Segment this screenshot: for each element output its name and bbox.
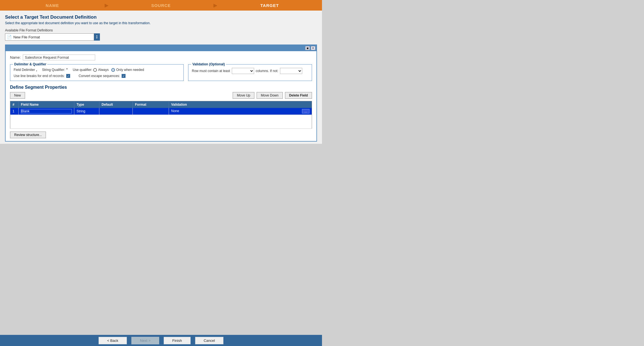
review-structure-row: Review structure... (10, 129, 312, 138)
close-btn[interactable]: ✕ (311, 46, 315, 50)
name-row: Name: (10, 55, 312, 60)
col-header-type: Type (74, 101, 99, 108)
validation-min-columns[interactable] (232, 68, 254, 74)
inner-panel: ▣ ✕ Name: Delimiter & Qualifier Field De… (5, 45, 317, 142)
columns-if-not-label: columns. If not: (256, 69, 278, 73)
use-qualifier-item: Use qualifier: Always Only when needed (73, 68, 144, 72)
qualifier-always-label: Always (98, 68, 109, 72)
wizard-step-name: NAME (0, 0, 105, 11)
inner-panel-body: Name: Delimiter & Qualifier Field Delimi… (6, 51, 316, 141)
use-line-breaks-item: Use line breaks for end of records: ✓ (14, 74, 70, 78)
delimiter-box: Delimiter & Qualifier Field Delimiter , … (10, 64, 184, 81)
wizard-step-source: SOURCE (109, 0, 213, 11)
move-down-button[interactable]: Move Down (257, 92, 282, 99)
table-row[interactable]: 1 String None ... (10, 108, 312, 115)
delete-field-button[interactable]: Delete Field (285, 92, 312, 99)
file-format-section: Available File Format Definitions 📄 New … (5, 28, 317, 41)
col-header-format: Format (133, 101, 169, 108)
row-fieldname[interactable] (19, 108, 74, 115)
validation-ellipsis-btn[interactable]: ... (302, 109, 309, 113)
main-content: Select a Target Text Document Definition… (0, 11, 322, 144)
qualifier-always-radio[interactable] (93, 68, 97, 72)
restore-btn[interactable]: ▣ (305, 46, 310, 50)
page-subtitle: Select the appropriate text document def… (5, 21, 317, 25)
col-header-default: Default (99, 101, 133, 108)
file-format-select-wrapper: 📄 New File Format ▲ ▼ (5, 33, 317, 41)
validation-action[interactable] (280, 68, 302, 74)
row-must-contain-label: Row must contain at least (192, 69, 230, 73)
use-qualifier-label: Use qualifier: (73, 68, 92, 72)
file-format-label: Available File Format Definitions (5, 28, 317, 32)
row-validation: None ... (169, 108, 312, 115)
col-header-validation: Validation (169, 101, 312, 108)
col-header-num: # (10, 101, 19, 108)
segment-table-body: 1 String None ... (10, 108, 312, 129)
validation-legend: Validation (Optional) (191, 62, 226, 66)
validation-box: Validation (Optional) Row must contain a… (188, 64, 312, 81)
wizard-step-target-label: TARGET (260, 3, 279, 8)
row-num: 1 (10, 108, 19, 115)
name-input[interactable] (23, 55, 95, 60)
segment-table: # Field Name Type Default Format Validat… (10, 101, 312, 129)
segment-toolbar: New Move Up Move Down Delete Field (10, 92, 312, 99)
row-format (133, 108, 169, 115)
two-col-section: Delimiter & Qualifier Field Delimiter , … (10, 64, 312, 81)
empty-row-1 (10, 115, 312, 129)
col-header-fieldname: Field Name (19, 101, 74, 108)
use-line-breaks-label: Use line breaks for end of records: (14, 74, 65, 78)
string-qualifier-item: String Qualifier: " (42, 68, 68, 72)
delimiter-row1: Field Delimiter , String Qualifier: " Us… (14, 68, 180, 72)
wizard-arrow-1: ▶ (105, 2, 109, 8)
qualifier-only-when-needed-option[interactable]: Only when needed (111, 68, 144, 72)
wizard-bar: NAME ▶ SOURCE ▶ TARGET (0, 0, 322, 11)
qualifier-only-when-needed-label: Only when needed (116, 68, 144, 72)
wizard-step-source-label: SOURCE (151, 3, 171, 8)
delimiter-row2: Use line breaks for end of records: ✓ Co… (14, 74, 180, 78)
wizard-arrow-2: ▶ (213, 2, 217, 8)
file-format-dropdown[interactable]: 📄 New File Format (5, 33, 94, 41)
name-label: Name: (10, 55, 21, 60)
row-default (99, 108, 133, 115)
field-delimiter-item: Field Delimiter , (14, 68, 37, 72)
new-button[interactable]: New (10, 92, 25, 99)
string-qualifier-value: " (66, 68, 68, 72)
segment-title: Define Segment Properties (10, 85, 312, 90)
move-up-button[interactable]: Move Up (233, 92, 254, 99)
segment-table-header: # Field Name Type Default Format Validat… (10, 101, 312, 108)
delimiter-legend: Delimiter & Qualifier (13, 62, 47, 66)
string-qualifier-label: String Qualifier: (42, 68, 65, 72)
qualifier-radio-group: Always Only when needed (93, 68, 144, 72)
review-structure-button[interactable]: Review structure... (10, 132, 46, 138)
convert-escape-checkbox[interactable]: ✓ (122, 74, 126, 78)
file-icon: 📄 (7, 35, 12, 39)
inner-panel-titlebar: ▣ ✕ (6, 45, 316, 51)
convert-escape-item: Convert escape sequences: ✓ (78, 74, 126, 78)
wizard-step-target: TARGET (217, 0, 322, 11)
file-format-value: New File Format (13, 35, 40, 39)
row-type: String (74, 108, 99, 115)
file-format-arrow-btn[interactable]: ▲ ▼ (94, 33, 100, 41)
use-line-breaks-checkbox[interactable]: ✓ (66, 74, 70, 78)
validation-inner: Row must contain at least columns. If no… (192, 68, 308, 74)
field-delimiter-value: , (36, 68, 37, 72)
page-title: Select a Target Text Document Definition (5, 14, 317, 20)
wizard-step-name-label: NAME (46, 3, 59, 8)
convert-escape-label: Convert escape sequences: (78, 74, 120, 78)
field-name-input[interactable] (21, 109, 72, 113)
qualifier-only-when-needed-radio[interactable] (111, 68, 115, 72)
field-delimiter-label: Field Delimiter (14, 68, 35, 72)
qualifier-always-option[interactable]: Always (93, 68, 109, 72)
